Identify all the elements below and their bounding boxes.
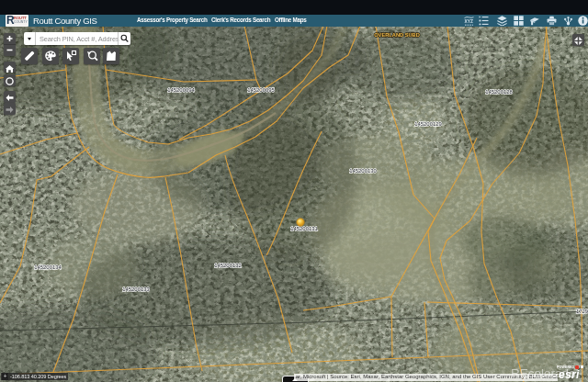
svg-text:145200132: 145200132 (214, 263, 242, 268)
svg-text:XYZ: XYZ (464, 19, 472, 24)
svg-text:1729001: 1729001 (576, 309, 588, 314)
svg-text:145200094: 145200094 (167, 87, 195, 93)
svg-text:145200095: 145200095 (247, 87, 275, 93)
svg-text:145200128: 145200128 (485, 89, 513, 95)
svg-text:145200129: 145200129 (414, 121, 442, 127)
svg-text:145200134: 145200134 (34, 264, 62, 270)
svg-text:145200130: 145200130 (349, 168, 377, 174)
svg-text:145200131: 145200131 (290, 226, 318, 231)
svg-text:OVERLAND SUBD: OVERLAND SUBD (374, 32, 420, 38)
svg-text:145200133: 145200133 (122, 286, 150, 292)
